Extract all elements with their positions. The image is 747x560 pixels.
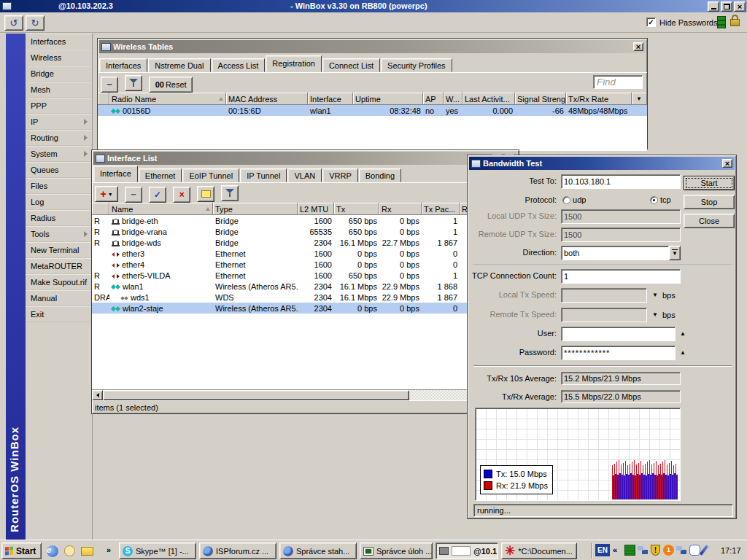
taskbar-button-ispforum[interactable]: ISPforum.cz ... bbox=[199, 542, 276, 559]
sidebar-item-bridge[interactable]: Bridge bbox=[26, 66, 92, 82]
wireless-tables-title-bar[interactable]: Wireless Tables × bbox=[99, 40, 646, 53]
start-button[interactable]: Start bbox=[684, 176, 735, 190]
sidebar-item-radius[interactable]: Radius bbox=[26, 210, 92, 226]
col-flags[interactable] bbox=[98, 93, 109, 105]
column-select-button[interactable]: ▼ bbox=[632, 93, 647, 105]
sidebar-item-log[interactable]: Log bbox=[26, 194, 92, 210]
tray-pen-icon[interactable] bbox=[700, 545, 708, 555]
taskbar-button-skype[interactable]: S Skype™ [1] -... bbox=[119, 542, 196, 559]
col-name[interactable]: Name bbox=[109, 203, 213, 215]
table-row[interactable]: R bridge-eth Bridge 1600 650 bps 0 bps 1 bbox=[92, 215, 519, 226]
table-row[interactable]: ether4 Ethernet 1600 0 bps 0 bps 0 bbox=[92, 259, 519, 270]
stop-button[interactable]: Stop bbox=[684, 195, 735, 209]
col-flags[interactable] bbox=[92, 203, 109, 215]
start-button[interactable]: Start bbox=[1, 542, 42, 559]
scrollbar-thumb[interactable] bbox=[103, 390, 409, 400]
user-input[interactable] bbox=[561, 327, 676, 341]
tab-interfaces[interactable]: Interfaces bbox=[99, 58, 147, 72]
col-txrx-rate[interactable]: Tx/Rx Rate bbox=[566, 93, 632, 105]
sidebar-item-new-terminal[interactable]: New Terminal bbox=[26, 242, 92, 258]
chevron-up-icon[interactable]: ▲ bbox=[680, 350, 686, 356]
chevron-down-icon[interactable]: ▼ bbox=[652, 312, 658, 318]
tray-clock[interactable]: 17:17 bbox=[721, 546, 741, 555]
sidebar-item-mesh[interactable]: Mesh bbox=[26, 82, 92, 98]
chevron-up-icon[interactable]: ▲ bbox=[680, 331, 686, 337]
filter-button[interactable] bbox=[221, 185, 239, 201]
table-row[interactable]: R wlan1 Wireless (Atheros AR5... 2304 16… bbox=[92, 281, 519, 292]
filter-button[interactable] bbox=[125, 75, 142, 91]
table-row[interactable]: DRA wds1 WDS 2304 16.1 Mbps 22.9 Mbps 1 … bbox=[92, 292, 519, 303]
horizontal-scrollbar[interactable] bbox=[92, 389, 519, 400]
col-interface[interactable]: Interface bbox=[308, 93, 353, 105]
table-row[interactable]: R bridge-vrana Bridge 65535 650 bps 0 bp… bbox=[92, 226, 519, 237]
sidebar-item-exit[interactable]: Exit bbox=[26, 306, 92, 322]
sidebar-item-queues[interactable]: Queues bbox=[26, 162, 92, 178]
tab-connect-list[interactable]: Connect List bbox=[322, 58, 380, 72]
col-last-activity[interactable]: Last Activit... bbox=[462, 93, 515, 105]
tab-bonding[interactable]: Bonding bbox=[359, 168, 401, 182]
close-button[interactable]: × bbox=[734, 1, 746, 12]
col-ap[interactable]: AP bbox=[423, 93, 444, 105]
direction-select[interactable] bbox=[561, 246, 669, 260]
bandwidth-test-title-bar[interactable]: Bandwidth Test × bbox=[469, 157, 735, 170]
folder-icon[interactable] bbox=[81, 547, 93, 556]
scroll-left-button[interactable] bbox=[92, 390, 103, 400]
taskbar-button-download-manager[interactable]: Správce stah... bbox=[279, 542, 357, 559]
quick-launch-overflow-chevron[interactable]: » bbox=[107, 545, 111, 554]
direction-dropdown-button[interactable]: ▼ bbox=[669, 246, 681, 260]
redo-button[interactable]: ↻ bbox=[26, 15, 44, 31]
remove-button[interactable]: − bbox=[101, 77, 118, 93]
table-row[interactable]: R ether5-VILDA Ethernet 1600 650 bps 0 b… bbox=[92, 270, 519, 281]
sidebar-item-manual[interactable]: Manual bbox=[26, 290, 92, 306]
sidebar-item-system[interactable]: System bbox=[26, 146, 92, 162]
internet-explorer-icon[interactable]: e bbox=[47, 545, 58, 557]
tab-vrrp[interactable]: VRRP bbox=[322, 168, 358, 182]
col-uptime[interactable]: Uptime bbox=[353, 93, 423, 105]
add-button[interactable]: +▼ bbox=[95, 186, 118, 202]
hide-passwords-checkbox[interactable]: ✓ bbox=[646, 18, 656, 27]
sidebar-item-make-supout[interactable]: Make Supout.rif bbox=[26, 274, 92, 290]
table-row[interactable]: ether3 Ethernet 1600 0 bps 0 bps 0 bbox=[92, 248, 519, 259]
col-signal-strength[interactable]: Signal Strengt... bbox=[515, 93, 566, 105]
scheduler-icon[interactable] bbox=[64, 545, 75, 556]
sidebar-item-metarouter[interactable]: MetaROUTER bbox=[26, 258, 92, 274]
enable-button[interactable]: ✓ bbox=[149, 187, 166, 203]
sidebar-item-ppp[interactable]: PPP bbox=[26, 98, 92, 114]
comment-button[interactable] bbox=[197, 186, 214, 202]
sidebar-item-tools[interactable]: Tools bbox=[26, 226, 92, 242]
tab-interface[interactable]: Interface bbox=[93, 166, 138, 182]
chevron-down-icon[interactable]: ▼ bbox=[652, 292, 658, 298]
interface-list-title-bar[interactable]: Interface List × bbox=[93, 152, 517, 165]
taskbar-button-winbox[interactable]: @10.1... bbox=[436, 542, 498, 559]
close-button[interactable]: × bbox=[633, 42, 643, 51]
col-rx[interactable]: Rx bbox=[379, 203, 422, 215]
main-title-bar[interactable]: @10.103.202.3 - WinBox v3.30 on RB800 (p… bbox=[0, 0, 747, 12]
sidebar-item-routing[interactable]: Routing bbox=[26, 130, 92, 146]
col-tx[interactable]: Tx bbox=[334, 203, 379, 215]
tab-eoip-tunnel[interactable]: EoIP Tunnel bbox=[182, 168, 239, 182]
find-input[interactable] bbox=[593, 75, 643, 89]
tab-nstreme-dual[interactable]: Nstreme Dual bbox=[148, 58, 210, 72]
undo-button[interactable]: ↺ bbox=[4, 15, 23, 31]
tab-security-profiles[interactable]: Security Profiles bbox=[381, 58, 452, 72]
reset-button[interactable]: 00Reset bbox=[149, 77, 193, 93]
sidebar-item-interfaces[interactable]: Interfaces bbox=[26, 34, 92, 50]
tray-security-shield-icon[interactable]: ! bbox=[651, 545, 660, 556]
password-input[interactable] bbox=[561, 346, 676, 360]
language-indicator[interactable]: EN bbox=[595, 544, 610, 556]
taskbar-button-task-manager[interactable]: Správce úloh ... bbox=[360, 542, 433, 559]
col-type[interactable]: Type bbox=[213, 203, 298, 215]
tray-status-icon[interactable] bbox=[624, 545, 635, 556]
tray-collapse-chevron[interactable]: « bbox=[613, 545, 617, 554]
col-radio-name[interactable]: Radio Name bbox=[109, 93, 226, 105]
tab-ip-tunnel[interactable]: IP Tunnel bbox=[240, 168, 287, 182]
remove-button[interactable]: − bbox=[125, 187, 142, 203]
sidebar-item-files[interactable]: Files bbox=[26, 178, 92, 194]
tab-access-list[interactable]: Access List bbox=[212, 58, 266, 72]
disable-button[interactable]: × bbox=[173, 187, 190, 203]
tcp-count-input[interactable] bbox=[561, 269, 681, 284]
tray-update-icon[interactable]: 1 bbox=[663, 545, 674, 556]
tray-network-icon[interactable] bbox=[638, 545, 649, 556]
taskbar-button-document[interactable]: ✳ *C:\Documen... bbox=[501, 542, 577, 559]
tray-messenger-icon[interactable] bbox=[689, 545, 700, 556]
